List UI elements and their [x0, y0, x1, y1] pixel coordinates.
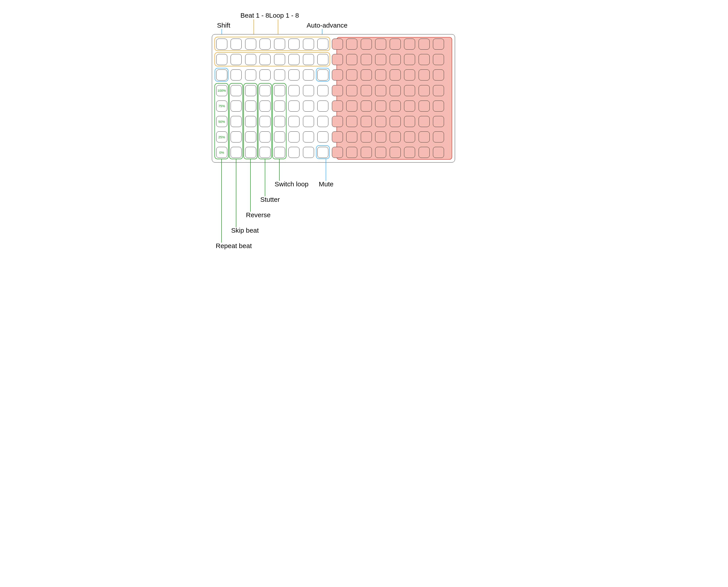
pad-r5-c1[interactable]: 75% [216, 100, 227, 112]
pad-r1-c13[interactable] [390, 39, 401, 50]
pad-r7-c14[interactable] [404, 132, 415, 142]
pad-r2-c15[interactable] [418, 54, 430, 65]
pad-r8-c6[interactable] [289, 147, 299, 158]
pad-r1-c1[interactable] [216, 39, 227, 50]
pad-r3-c10[interactable] [346, 69, 357, 80]
pad-r1-c2[interactable] [231, 39, 242, 50]
pad-r6-c8[interactable] [317, 116, 328, 127]
pad-r3-c11[interactable] [361, 69, 372, 80]
pad-r7-c3[interactable] [245, 132, 256, 142]
pad-r7-c2[interactable] [231, 132, 242, 142]
pad-r6-c16[interactable] [433, 116, 444, 127]
pad-r8-c7[interactable] [303, 147, 314, 158]
pad-r1-c10[interactable] [346, 39, 357, 50]
pad-r6-c3[interactable] [245, 116, 256, 127]
pad-r4-c12[interactable] [375, 85, 386, 96]
pad-r6-c7[interactable] [303, 116, 314, 127]
pad-r4-c8[interactable] [317, 85, 328, 96]
pad-r2-c2[interactable] [231, 54, 242, 65]
pad-r1-c12[interactable] [375, 39, 386, 50]
pad-r5-c15[interactable] [418, 100, 430, 112]
pad-r6-c2[interactable] [231, 116, 242, 127]
pad-r1-c4[interactable] [259, 39, 271, 50]
pad-r8-c12[interactable] [375, 147, 386, 158]
pad-r7-c13[interactable] [390, 132, 401, 142]
pad-r2-c1[interactable] [216, 54, 227, 65]
pad-r3-c3[interactable] [245, 69, 256, 80]
pad-r2-c3[interactable] [245, 54, 256, 65]
pad-r3-c15[interactable] [418, 69, 430, 80]
pad-r3-c7[interactable] [303, 69, 314, 80]
pad-r4-c15[interactable] [418, 85, 430, 96]
pad-r5-c7[interactable] [303, 100, 314, 112]
pad-r5-c4[interactable] [259, 100, 271, 112]
pad-r3-c13[interactable] [390, 69, 401, 80]
pad-r4-c10[interactable] [346, 85, 357, 96]
pad-r6-c4[interactable] [259, 116, 271, 127]
pad-r1-c15[interactable] [418, 39, 430, 50]
pad-r3-c2[interactable] [231, 69, 242, 80]
pad-r4-c7[interactable] [303, 85, 314, 96]
pad-r7-c4[interactable] [259, 132, 271, 142]
pad-r8-c8[interactable] [317, 147, 328, 158]
pad-r6-c10[interactable] [346, 116, 357, 127]
pad-r2-c16[interactable] [433, 54, 444, 65]
pad-r4-c9[interactable] [332, 85, 343, 96]
pad-r8-c14[interactable] [404, 147, 415, 158]
pad-r8-c16[interactable] [433, 147, 444, 158]
pad-r5-c8[interactable] [317, 100, 328, 112]
pad-r4-c2[interactable] [231, 85, 242, 96]
pad-r3-c9[interactable] [332, 69, 343, 80]
pad-r5-c2[interactable] [231, 100, 242, 112]
pad-r8-c10[interactable] [346, 147, 357, 158]
pad-r6-c11[interactable] [361, 116, 372, 127]
pad-r6-c9[interactable] [332, 116, 343, 127]
pad-r3-c6[interactable] [289, 69, 299, 80]
pad-r1-c14[interactable] [404, 39, 415, 50]
pad-r8-c9[interactable] [332, 147, 343, 158]
pad-r6-c6[interactable] [289, 116, 299, 127]
pad-r2-c13[interactable] [390, 54, 401, 65]
pad-r2-c14[interactable] [404, 54, 415, 65]
pad-r6-c14[interactable] [404, 116, 415, 127]
pad-r4-c16[interactable] [433, 85, 444, 96]
pad-r7-c1[interactable]: 25% [216, 132, 227, 142]
pad-r7-c9[interactable] [332, 132, 343, 142]
pad-r1-c3[interactable] [245, 39, 256, 50]
pad-r4-c5[interactable] [274, 85, 285, 96]
pad-r6-c13[interactable] [390, 116, 401, 127]
pad-r2-c10[interactable] [346, 54, 357, 65]
pad-r8-c11[interactable] [361, 147, 372, 158]
pad-r3-c8[interactable] [317, 69, 328, 80]
pad-r6-c5[interactable] [274, 116, 285, 127]
pad-r5-c13[interactable] [390, 100, 401, 112]
pad-r8-c2[interactable] [231, 147, 242, 158]
pad-r7-c12[interactable] [375, 132, 386, 142]
pad-r3-c4[interactable] [259, 69, 271, 80]
pad-r3-c1[interactable] [216, 69, 227, 80]
pad-r4-c13[interactable] [390, 85, 401, 96]
pad-r1-c7[interactable] [303, 39, 314, 50]
pad-r7-c11[interactable] [361, 132, 372, 142]
pad-r4-c1[interactable]: 100% [216, 85, 227, 96]
pad-r3-c5[interactable] [274, 69, 285, 80]
pad-r5-c10[interactable] [346, 100, 357, 112]
pad-r5-c12[interactable] [375, 100, 386, 112]
pad-r5-c5[interactable] [274, 100, 285, 112]
pad-r5-c6[interactable] [289, 100, 299, 112]
pad-r4-c14[interactable] [404, 85, 415, 96]
pad-r8-c5[interactable] [274, 147, 285, 158]
pad-r1-c5[interactable] [274, 39, 285, 50]
pad-r7-c7[interactable] [303, 132, 314, 142]
pad-r8-c1[interactable]: 0% [216, 147, 227, 158]
pad-r3-c12[interactable] [375, 69, 386, 80]
pad-r1-c8[interactable] [317, 39, 328, 50]
pad-r5-c11[interactable] [361, 100, 372, 112]
pad-r6-c15[interactable] [418, 116, 430, 127]
pad-r6-c12[interactable] [375, 116, 386, 127]
pad-r7-c5[interactable] [274, 132, 285, 142]
pad-r8-c3[interactable] [245, 147, 256, 158]
pad-r8-c4[interactable] [259, 147, 271, 158]
pad-r2-c4[interactable] [259, 54, 271, 65]
pad-r4-c4[interactable] [259, 85, 271, 96]
